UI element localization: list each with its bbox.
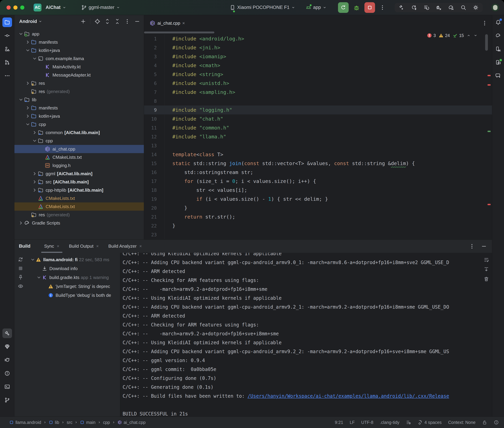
close-window-button[interactable] bbox=[7, 6, 11, 10]
view-options-icon[interactable] bbox=[18, 283, 24, 289]
problems-tool-button[interactable] bbox=[2, 369, 12, 378]
apply-changes-icon[interactable] bbox=[411, 5, 417, 10]
tree-chevron[interactable] bbox=[32, 130, 38, 135]
minimize-window-button[interactable] bbox=[13, 6, 17, 10]
gemini-button[interactable] bbox=[493, 71, 503, 81]
editor-vertical-scrollbar[interactable] bbox=[485, 34, 488, 51]
tree-chevron[interactable] bbox=[25, 48, 31, 53]
code-line-18[interactable]: 18 str << values[i]; bbox=[144, 186, 492, 195]
code-editor[interactable]: 1#include <android/log.h>2#include <jni.… bbox=[144, 31, 492, 239]
project-selector[interactable]: AC AiChat bbox=[34, 4, 66, 11]
tree-chevron[interactable] bbox=[36, 275, 42, 280]
device-selector[interactable]: Xiaomi POCOPHONE F1 bbox=[230, 5, 295, 10]
build-run-tasks-icon[interactable] bbox=[399, 5, 405, 10]
tree-item-res[interactable]: res(generated) bbox=[14, 211, 144, 219]
notifications-button[interactable] bbox=[493, 17, 503, 27]
stop-sync-icon[interactable] bbox=[18, 265, 24, 271]
tree-chevron[interactable] bbox=[25, 106, 31, 110]
tree-chevron[interactable] bbox=[32, 172, 38, 176]
editor-tabs-options-icon[interactable] bbox=[482, 20, 487, 26]
status-widget[interactable] bbox=[482, 420, 487, 425]
tree-item-lib[interactable]: lib bbox=[14, 96, 144, 104]
more-run-options-button[interactable] bbox=[379, 5, 385, 10]
code-line-23[interactable]: 23 bbox=[144, 230, 492, 239]
select-opened-file-icon[interactable] bbox=[94, 18, 100, 24]
next-problem-icon[interactable] bbox=[473, 33, 478, 38]
code-line-15[interactable]: 15static std::string join(const std::vec… bbox=[144, 159, 492, 168]
build-tab-sync[interactable]: Sync× bbox=[39, 240, 64, 253]
code-line-22[interactable]: 22} bbox=[144, 221, 492, 230]
attach-debugger-icon[interactable] bbox=[436, 5, 442, 10]
hide-build-panel-icon[interactable] bbox=[481, 243, 487, 249]
tree-item-manifests[interactable]: manifests bbox=[14, 104, 144, 112]
settings-gear-icon[interactable] bbox=[473, 5, 479, 10]
change-stripe-mark[interactable] bbox=[487, 131, 491, 132]
code-line-5[interactable]: 5#include <string> bbox=[144, 70, 492, 79]
build-output-path-link[interactable]: /Users/hanyin/Workspace/ai-chat/examples… bbox=[248, 393, 449, 399]
clear-log-icon[interactable] bbox=[483, 276, 489, 282]
tree-chevron[interactable] bbox=[32, 180, 38, 184]
stop-app-button[interactable] bbox=[364, 2, 375, 13]
debug-app-button[interactable] bbox=[353, 4, 360, 11]
tree-item-gradle-scripts[interactable]: Gradle Scripts bbox=[14, 219, 144, 227]
add-new-icon[interactable] bbox=[80, 18, 86, 24]
tree-chevron[interactable] bbox=[18, 98, 24, 102]
collapse-all-icon[interactable] bbox=[114, 18, 120, 24]
user-avatar[interactable] bbox=[491, 4, 499, 11]
version-control-tool-button[interactable] bbox=[2, 395, 12, 405]
tree-item-common[interactable]: common[AiChat.lib.main] bbox=[14, 128, 144, 137]
profiler-icon[interactable] bbox=[423, 5, 429, 10]
code-line-9[interactable]: 9#include "logging.h" bbox=[144, 106, 492, 115]
more-tools-button[interactable] bbox=[2, 71, 12, 81]
previous-problem-icon[interactable] bbox=[467, 33, 471, 38]
pull-requests-tool-button[interactable] bbox=[2, 58, 12, 67]
build-panel-options-icon[interactable] bbox=[469, 243, 475, 249]
tree-item-kotlin-java[interactable]: kotlin+java bbox=[14, 112, 144, 120]
tree-item-cmakelists-txt[interactable]: CMakeLists.txt bbox=[14, 194, 144, 202]
code-line-13[interactable]: 13 bbox=[144, 141, 492, 150]
tree-item-cpp-httplib[interactable]: cpp-httplib[AiChat.lib.main] bbox=[14, 186, 144, 194]
structure-tool-button[interactable] bbox=[2, 44, 12, 54]
maximize-window-button[interactable] bbox=[20, 6, 24, 10]
status-widget--clang-tidy[interactable]: .clang-tidy bbox=[380, 420, 399, 425]
soft-wrap-icon[interactable] bbox=[483, 257, 489, 263]
code-line-8[interactable]: 8 bbox=[144, 97, 492, 106]
code-line-16[interactable]: 16 std::ostringstream str; bbox=[144, 168, 492, 177]
error-stripe-mark[interactable] bbox=[487, 84, 491, 86]
project-view-selector[interactable]: Android bbox=[19, 19, 37, 24]
tree-item-ggml[interactable]: ggml[AiChat.lib.main] bbox=[14, 170, 144, 178]
device-manager-button[interactable] bbox=[493, 44, 503, 54]
build-tab-build-output[interactable]: Build Output× bbox=[64, 240, 103, 253]
vcs-branch-selector[interactable]: ggml-master bbox=[81, 5, 120, 10]
tree-item-res[interactable]: res bbox=[14, 79, 144, 87]
tree-item-messageadapter-kt[interactable]: MessageAdapter.kt bbox=[14, 71, 144, 79]
status-widget-utf-8[interactable]: UTF-8 bbox=[361, 420, 373, 425]
error-stripe-mark[interactable] bbox=[487, 204, 491, 205]
code-line-6[interactable]: 6#include <unistd.h> bbox=[144, 79, 492, 88]
logcat-tool-button[interactable] bbox=[2, 355, 12, 365]
commit-tool-button[interactable] bbox=[2, 31, 12, 41]
pin-tab-icon[interactable] bbox=[18, 274, 24, 280]
code-line-14[interactable]: 14template<class T> bbox=[144, 150, 492, 159]
tree-chevron[interactable] bbox=[18, 32, 24, 36]
editor-horizontal-scrollbar[interactable] bbox=[144, 32, 214, 33]
tree-chevron[interactable] bbox=[30, 257, 36, 263]
status-widget[interactable] bbox=[406, 420, 411, 425]
code-line-19[interactable]: 19 if (i < values.size() - 1) { str << d… bbox=[144, 195, 492, 204]
tree-item-ai-chat-cpp[interactable]: ai_chat.cpp bbox=[14, 145, 144, 153]
build-tab-build-analyzer[interactable]: Build Analyzer× bbox=[103, 240, 147, 253]
panel-options-icon[interactable] bbox=[124, 18, 130, 24]
close-tab-icon[interactable]: × bbox=[182, 21, 185, 26]
scroll-to-end-icon[interactable] bbox=[483, 266, 489, 272]
tree-item-src[interactable]: src[AiChat.lib.main] bbox=[14, 178, 144, 186]
error-stripe-mark[interactable] bbox=[487, 75, 491, 76]
tree-item-app[interactable]: app bbox=[14, 30, 144, 38]
terminal-tool-button[interactable] bbox=[2, 382, 12, 392]
breadcrumb-item-cpp[interactable]: cpp bbox=[103, 420, 110, 425]
run-configuration-selector[interactable]: app bbox=[306, 5, 327, 10]
tree-item-cmakelists-txt[interactable]: CMakeLists.txt bbox=[14, 202, 144, 211]
tree-chevron[interactable] bbox=[25, 114, 31, 118]
tree-item-com-example-llama[interactable]: com.example.llama bbox=[14, 54, 144, 63]
build-tree-item[interactable]: llama.android: fi22 sec, 583 ms bbox=[27, 255, 120, 264]
device-explorer-tool-button[interactable] bbox=[2, 342, 12, 351]
